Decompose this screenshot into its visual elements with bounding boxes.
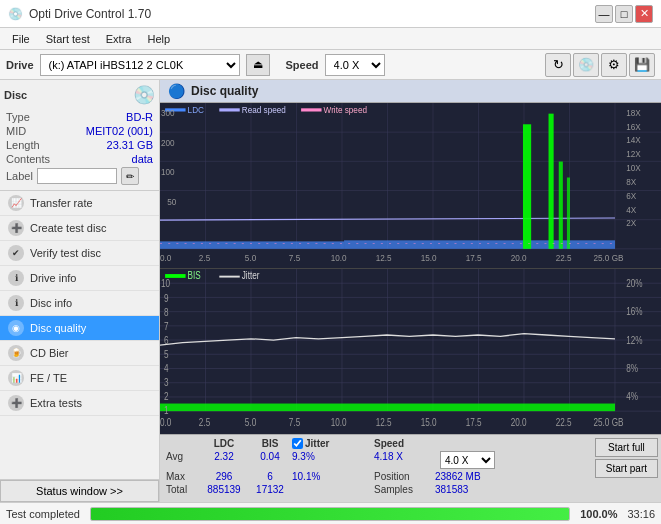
disc-label-edit-btn[interactable]: ✏: [121, 167, 139, 185]
disc-header-icon: 💿: [133, 84, 155, 106]
svg-text:2.5: 2.5: [199, 252, 211, 262]
nav-verify-test-disc[interactable]: ✔ Verify test disc: [0, 241, 159, 266]
nav-label-verify: Verify test disc: [30, 247, 101, 259]
svg-text:18X: 18X: [626, 108, 641, 118]
stats-table: LDC BIS Jitter Speed Avg 2.32 0.04 9.3% …: [160, 435, 592, 502]
titlebar-controls: — □ ✕: [595, 5, 653, 23]
charts-container: LDC Read speed Write speed 300 200 100 5…: [160, 103, 661, 434]
svg-text:16X: 16X: [626, 121, 641, 131]
start-part-button[interactable]: Start part: [595, 459, 658, 478]
disc-header: Disc 💿: [4, 84, 155, 106]
svg-text:25.0 GB: 25.0 GB: [594, 252, 624, 262]
stat-total-bis: 17132: [250, 484, 290, 495]
nav-disc-quality[interactable]: ◉ Disc quality: [0, 316, 159, 341]
speed-select[interactable]: 4.0 X: [325, 54, 385, 76]
content-area: 🔵 Disc quality: [160, 80, 661, 502]
start-full-button[interactable]: Start full: [595, 438, 658, 457]
svg-text:Write speed: Write speed: [324, 104, 368, 114]
disc-label-input[interactable]: [37, 168, 117, 184]
menu-help[interactable]: Help: [139, 31, 178, 47]
save-icon-btn[interactable]: 💾: [629, 53, 655, 77]
stat-position-label: Position: [374, 471, 429, 482]
app-title: Opti Drive Control 1.70: [29, 7, 151, 21]
svg-text:5.0: 5.0: [245, 418, 256, 429]
svg-text:Jitter: Jitter: [242, 270, 260, 281]
svg-text:22.5: 22.5: [556, 252, 572, 262]
nav-icon-fete: 📊: [8, 370, 24, 386]
disc-mid-label: MID: [6, 125, 26, 137]
svg-text:4%: 4%: [626, 391, 638, 402]
disc-quality-header: 🔵 Disc quality: [160, 80, 661, 103]
disc-icon-btn[interactable]: 💿: [573, 53, 599, 77]
svg-text:7: 7: [164, 321, 169, 332]
svg-text:0.0: 0.0: [160, 418, 171, 429]
svg-text:LDC: LDC: [188, 104, 204, 114]
disc-label-row: Label ✏: [4, 166, 155, 186]
nav-icon-drive: ℹ: [8, 270, 24, 286]
svg-text:50: 50: [167, 197, 176, 207]
svg-rect-25: [219, 108, 239, 111]
stat-avg-ldc: 2.32: [200, 451, 248, 469]
nav-extra-tests[interactable]: ➕ Extra tests: [0, 391, 159, 416]
jitter-checkbox[interactable]: [292, 438, 303, 449]
svg-text:300: 300: [161, 108, 175, 118]
nav-disc-info[interactable]: ℹ Disc info: [0, 291, 159, 316]
main-layout: Disc 💿 Type BD-R MID MEIT02 (001) Length…: [0, 80, 661, 502]
svg-text:5: 5: [164, 349, 169, 360]
menu-extra[interactable]: Extra: [98, 31, 140, 47]
stat-avg-label: Avg: [166, 451, 198, 469]
svg-text:12.5: 12.5: [376, 252, 392, 262]
menu-starttest[interactable]: Start test: [38, 31, 98, 47]
chart-top-svg: LDC Read speed Write speed 300 200 100 5…: [160, 103, 661, 268]
nav-label-transfer: Transfer rate: [30, 197, 93, 209]
svg-text:2X: 2X: [626, 218, 636, 228]
svg-text:8: 8: [164, 307, 169, 318]
disc-type-row: Type BD-R: [4, 110, 155, 124]
nav-transfer-rate[interactable]: 📈 Transfer rate: [0, 191, 159, 216]
svg-text:8%: 8%: [626, 363, 638, 374]
svg-text:7.5: 7.5: [289, 252, 301, 262]
stats-total-row: Total 885139 17132 Samples 381583: [166, 484, 586, 495]
nav-label-extra: Extra tests: [30, 397, 82, 409]
nav-icon-create: ➕: [8, 220, 24, 236]
svg-text:9: 9: [164, 293, 169, 304]
stat-header-jitter: Jitter: [305, 438, 329, 449]
svg-text:0.0: 0.0: [160, 252, 172, 262]
svg-text:10.0: 10.0: [331, 418, 347, 429]
svg-text:15.0: 15.0: [421, 252, 437, 262]
stat-total-blank: [292, 484, 372, 495]
settings-icon-btn[interactable]: ⚙: [601, 53, 627, 77]
eject-button[interactable]: ⏏: [246, 54, 270, 76]
minimize-button[interactable]: —: [595, 5, 613, 23]
statusbar: Test completed 100.0% 33:16: [0, 502, 661, 524]
svg-rect-27: [301, 108, 321, 111]
stat-max-label: Max: [166, 471, 198, 482]
status-window-button[interactable]: Status window >>: [0, 480, 159, 502]
nav-create-test-disc[interactable]: ➕ Create test disc: [0, 216, 159, 241]
svg-text:4: 4: [164, 363, 169, 374]
svg-rect-21: [567, 178, 570, 249]
refresh-icon-btn[interactable]: ↻: [545, 53, 571, 77]
close-button[interactable]: ✕: [635, 5, 653, 23]
nav-fe-te[interactable]: 📊 FE / TE: [0, 366, 159, 391]
svg-text:4X: 4X: [626, 204, 636, 214]
disc-type-value: BD-R: [126, 111, 153, 123]
svg-rect-17: [344, 240, 615, 249]
nav-drive-info[interactable]: ℹ Drive info: [0, 266, 159, 291]
status-section: Status window >>: [0, 479, 159, 502]
stat-total-ldc: 885139: [200, 484, 248, 495]
svg-text:16%: 16%: [626, 306, 642, 317]
nav-label-fete: FE / TE: [30, 372, 67, 384]
svg-text:2: 2: [164, 391, 169, 402]
maximize-button[interactable]: □: [615, 5, 633, 23]
titlebar: 💿 Opti Drive Control 1.70 — □ ✕: [0, 0, 661, 28]
stat-total-label: Total: [166, 484, 198, 495]
jitter-check-group: Jitter: [292, 438, 372, 449]
disc-title: Disc: [4, 89, 27, 101]
nav-cd-bier[interactable]: 🍺 CD Bier: [0, 341, 159, 366]
menu-file[interactable]: File: [4, 31, 38, 47]
svg-text:7.5: 7.5: [289, 418, 300, 429]
svg-text:3: 3: [164, 377, 169, 388]
drive-select[interactable]: (k:) ATAPI iHBS112 2 CL0K: [40, 54, 240, 76]
speed-dropdown[interactable]: 4.0 X: [440, 451, 495, 469]
